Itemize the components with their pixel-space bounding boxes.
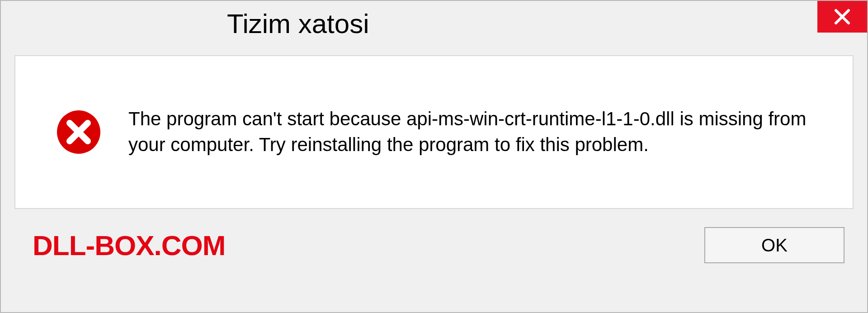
close-button[interactable]	[817, 1, 867, 33]
error-icon	[56, 109, 101, 155]
footer: DLL-BOX.COM OK	[1, 209, 867, 277]
error-dialog: Tizim xatosi The program can't start bec…	[0, 0, 868, 313]
error-message: The program can't start because api-ms-w…	[128, 106, 826, 157]
content-panel: The program can't start because api-ms-w…	[14, 55, 854, 209]
watermark-text: DLL-BOX.COM	[33, 229, 225, 261]
close-icon	[833, 8, 851, 26]
dialog-title: Tizim xatosi	[227, 8, 369, 39]
ok-button[interactable]: OK	[704, 227, 844, 263]
titlebar: Tizim xatosi	[1, 1, 867, 46]
